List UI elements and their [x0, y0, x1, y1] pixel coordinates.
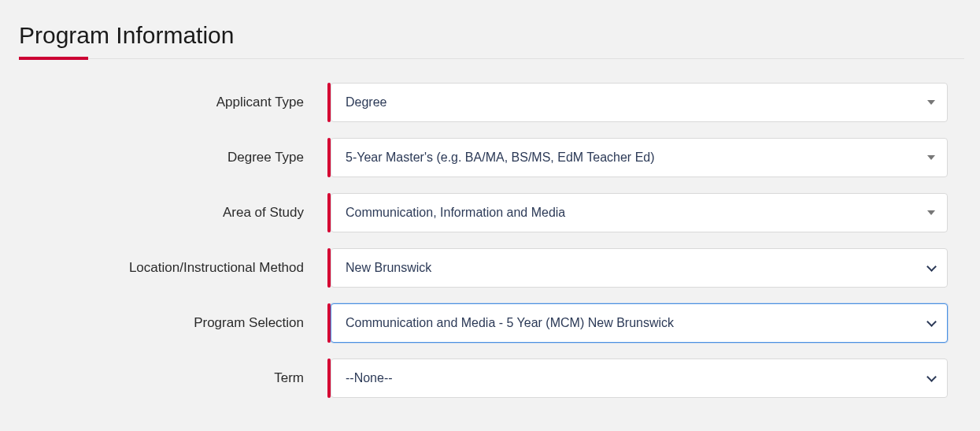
heading-underline — [19, 58, 964, 59]
dropdown-triangle-icon — [926, 98, 936, 107]
label-applicant-type: Applicant Type — [19, 95, 331, 110]
chevron-down-icon — [926, 263, 936, 273]
chevron-down-icon — [926, 373, 936, 383]
label-program-selection: Program Selection — [19, 315, 331, 331]
row-applicant-type: Applicant Type Degree — [19, 83, 964, 122]
select-location[interactable]: New Brunswick — [331, 248, 948, 288]
select-value: Communication, Information and Media — [346, 206, 565, 220]
field-wrap-area-of-study: Communication, Information and Media — [331, 193, 948, 232]
chevron-down-icon — [926, 318, 936, 328]
select-value: 5-Year Master's (e.g. BA/MA, BS/MS, EdM … — [346, 150, 655, 165]
field-wrap-term: --None-- — [331, 359, 948, 398]
field-wrap-degree-type: 5-Year Master's (e.g. BA/MA, BS/MS, EdM … — [331, 138, 948, 177]
select-applicant-type[interactable]: Degree — [331, 83, 948, 122]
page-title: Program Information — [19, 22, 964, 49]
field-wrap-applicant-type: Degree — [331, 83, 948, 122]
row-term: Term --None-- — [19, 359, 964, 398]
label-area-of-study: Area of Study — [19, 205, 331, 221]
select-value: New Brunswick — [346, 261, 431, 275]
program-information-form: Applicant Type Degree Degree Type 5-Year… — [19, 83, 964, 398]
dropdown-triangle-icon — [926, 153, 936, 162]
select-program-selection[interactable]: Communication and Media - 5 Year (MCM) N… — [331, 303, 948, 343]
row-area-of-study: Area of Study Communication, Information… — [19, 193, 964, 232]
field-wrap-location: New Brunswick — [331, 248, 948, 288]
label-degree-type: Degree Type — [19, 150, 331, 165]
field-wrap-program-selection: Communication and Media - 5 Year (MCM) N… — [331, 303, 948, 343]
select-value: Communication and Media - 5 Year (MCM) N… — [346, 316, 674, 330]
row-program-selection: Program Selection Communication and Medi… — [19, 303, 964, 343]
select-value: Degree — [346, 95, 386, 110]
row-degree-type: Degree Type 5-Year Master's (e.g. BA/MA,… — [19, 138, 964, 177]
select-area-of-study[interactable]: Communication, Information and Media — [331, 193, 948, 232]
label-term: Term — [19, 370, 331, 386]
select-term[interactable]: --None-- — [331, 359, 948, 398]
label-location: Location/Instructional Method — [19, 260, 331, 276]
select-degree-type[interactable]: 5-Year Master's (e.g. BA/MA, BS/MS, EdM … — [331, 138, 948, 177]
dropdown-triangle-icon — [926, 208, 936, 217]
select-value: --None-- — [346, 371, 393, 385]
row-location: Location/Instructional Method New Brunsw… — [19, 248, 964, 288]
